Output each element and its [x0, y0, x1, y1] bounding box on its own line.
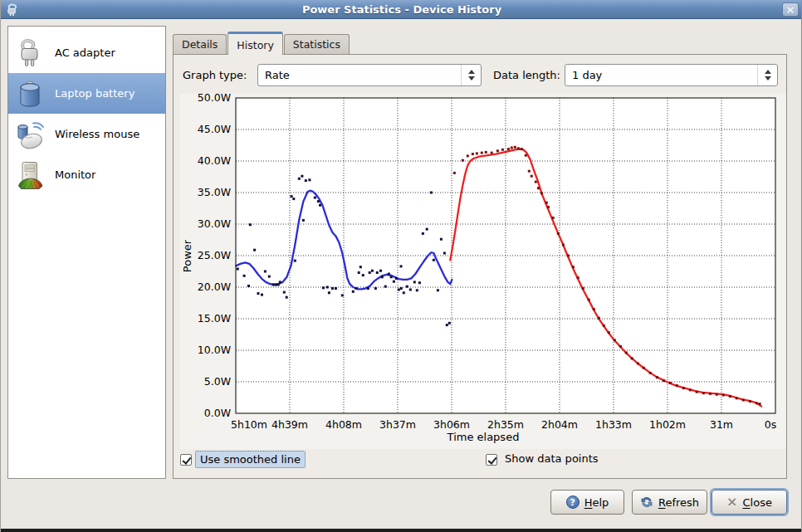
tab-details[interactable]: Details [173, 34, 227, 54]
device-item-label: Monitor [55, 168, 95, 181]
show-data-points-checkbox[interactable] [486, 454, 497, 466]
ac-adapter-icon [14, 37, 46, 69]
combo-spinner-icon [757, 65, 777, 85]
use-smoothed-line-label[interactable]: Use smoothed line [195, 451, 306, 468]
graph-type-label: Graph type: [183, 64, 247, 86]
device-item-monitor[interactable]: Monitor [8, 154, 165, 195]
x-tick-label: 31m [695, 418, 748, 431]
graph-type-value: Rate [258, 69, 461, 81]
y-tick-label: 40.0W [180, 154, 231, 168]
tab-row: Details History Statistics [173, 31, 350, 54]
close-button[interactable]: × Close [712, 490, 787, 515]
wireless-mouse-icon [14, 119, 46, 150]
history-tab-page: Graph type: Rate Data length: 1 day 50.0… [173, 54, 787, 479]
x-tick-label: 4h08m [317, 418, 370, 431]
tab-history[interactable]: History [227, 32, 282, 55]
data-length-value: 1 day [565, 69, 757, 81]
device-item-label: Wireless mouse [55, 128, 139, 140]
chart-plot [180, 94, 786, 449]
close-button-label: Close [742, 496, 771, 509]
x-tick-label: 3h37m [371, 418, 424, 431]
window-close-button[interactable]: × [782, 2, 799, 17]
device-item-label: AC adapter [55, 46, 115, 59]
y-tick-label: 10.0W [180, 344, 231, 357]
refresh-button-label: Refresh [658, 496, 699, 509]
x-tick-label: 3h06m [425, 418, 478, 431]
refresh-icon [640, 495, 653, 509]
titlebar: Power Statistics - Device History × [1, 0, 802, 19]
graph-type-select[interactable]: Rate [257, 64, 482, 86]
y-axis-title: Power [181, 194, 195, 319]
help-icon: ? [566, 495, 579, 509]
help-button[interactable]: ? Help [550, 490, 624, 515]
device-item-ac-adapter[interactable]: AC adapter [8, 32, 165, 73]
x-tick-label: 1h33m [587, 418, 640, 431]
help-button-label: Help [584, 496, 609, 509]
y-tick-label: 5.0W [180, 375, 231, 388]
window-bottom-border [1, 529, 802, 532]
y-tick-label: 45.0W [180, 123, 231, 136]
device-list: AC adapter Laptop battery [7, 26, 166, 479]
combo-spinner-icon [461, 65, 481, 85]
y-tick-label: 50.0W [180, 91, 231, 105]
device-item-laptop-battery[interactable]: Laptop battery [8, 73, 165, 114]
power-statistics-window: Power Statistics - Device History × AC a… [0, 0, 802, 532]
x-axis-title: Time elapsed [400, 431, 566, 443]
data-length-select[interactable]: 1 day [565, 64, 778, 86]
device-item-wireless-mouse[interactable]: Wireless mouse [8, 114, 165, 154]
window-title: Power Statistics - Device History [1, 3, 802, 16]
x-tick-label: 1h02m [641, 418, 694, 431]
history-notebook: Details History Statistics Graph type: R… [173, 31, 787, 479]
x-tick-label: 4h39m [263, 418, 316, 431]
x-tick-label: 2h35m [479, 418, 532, 431]
device-item-label: Laptop battery [55, 87, 134, 100]
use-smoothed-line-checkbox[interactable] [180, 454, 192, 466]
x-tick-label: 2h04m [533, 418, 586, 431]
close-icon: × [726, 495, 737, 509]
monitor-icon [14, 159, 46, 191]
data-length-label: Data length: [493, 64, 560, 86]
x-tick-label: 0s [744, 418, 797, 431]
refresh-button[interactable]: Refresh [632, 490, 707, 515]
tab-statistics[interactable]: Statistics [284, 34, 350, 54]
history-chart: 50.0W45.0W40.0W35.0W30.0W25.0W20.0W15.0W… [180, 94, 786, 449]
show-data-points-label[interactable]: Show data points [501, 451, 603, 466]
laptop-battery-icon [14, 78, 46, 110]
